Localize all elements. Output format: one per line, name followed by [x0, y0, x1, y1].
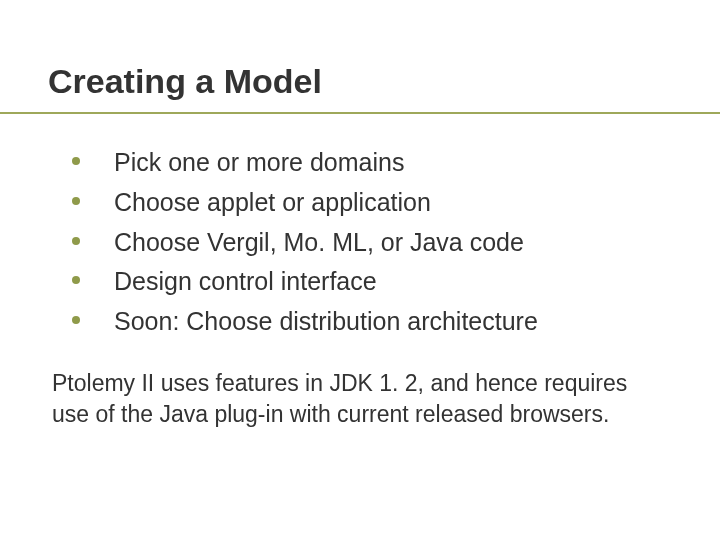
list-item: Pick one or more domains: [72, 146, 652, 180]
bullet-icon: [72, 197, 80, 205]
title-underline: [0, 112, 720, 114]
bullet-text: Choose Vergil, Mo. ML, or Java code: [114, 226, 652, 260]
list-item: Choose applet or application: [72, 186, 652, 220]
bullet-text: Pick one or more domains: [114, 146, 652, 180]
list-item: Choose Vergil, Mo. ML, or Java code: [72, 226, 652, 260]
bullet-icon: [72, 316, 80, 324]
bullet-icon: [72, 237, 80, 245]
footer-note: Ptolemy II uses features in JDK 1. 2, an…: [52, 368, 652, 430]
list-item: Design control interface: [72, 265, 652, 299]
bullet-text: Design control interface: [114, 265, 652, 299]
slide-title: Creating a Model: [48, 62, 322, 101]
bullet-text: Soon: Choose distribution architecture: [114, 305, 652, 339]
bullet-icon: [72, 276, 80, 284]
bullet-text: Choose applet or application: [114, 186, 652, 220]
bullet-list: Pick one or more domains Choose applet o…: [72, 146, 652, 345]
slide: Creating a Model Pick one or more domain…: [0, 0, 720, 540]
bullet-icon: [72, 157, 80, 165]
list-item: Soon: Choose distribution architecture: [72, 305, 652, 339]
